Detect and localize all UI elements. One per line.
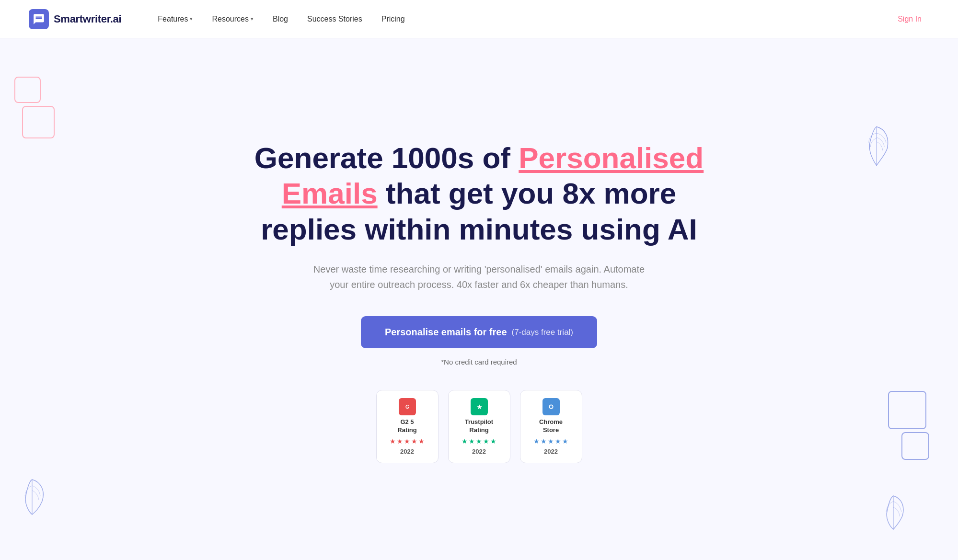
trustpilot-year: 2022 [472,448,486,455]
deco-square-pink-2 [22,106,55,138]
chrome-stars: ★ ★ ★ ★ ★ [533,437,568,445]
hero-title: Generate 1000s of Personalised Emails th… [249,140,709,247]
deco-feather-bottom-left [19,477,46,517]
g2-title: G2 5Rating [397,418,416,434]
deco-squares-top-left [14,77,55,138]
feather-icon-top-right [862,125,891,168]
hero-subtitle: Never waste time researching or writing … [307,262,652,292]
cta-label: Personalise emails for free [385,327,507,338]
chevron-down-icon: ▾ [251,16,254,22]
cta-button[interactable]: Personalise emails for free (7-days free… [361,316,597,348]
cta-trial-text: (7-days free trial) [512,328,573,337]
nav-item-resources[interactable]: Resources ▾ [204,11,261,27]
deco-feather-bottom-right [881,494,905,532]
sign-in-button[interactable]: Sign In [890,11,929,27]
chrome-icon [546,401,556,412]
nav-links: Features ▾ Resources ▾ Blog Success Stor… [150,11,890,27]
logo-icon [29,9,49,29]
nav-item-features[interactable]: Features ▾ [150,11,200,27]
deco-square-pink-1 [14,77,41,103]
logo-text: Smartwriter.ai [54,13,121,25]
nav-item-blog[interactable]: Blog [265,11,296,27]
chrome-year: 2022 [544,448,558,455]
trustpilot-stars: ★ ★ ★ ★ ★ [462,437,496,445]
g2-icon: G [402,401,413,412]
g2-logo: G [399,398,416,415]
navbar: Smartwriter.ai Features ▾ Resources ▾ Bl… [0,0,958,38]
deco-squares-bottom-right [888,391,929,460]
deco-square-blue-1 [888,391,926,429]
chevron-down-icon: ▾ [190,16,193,22]
nav-item-pricing[interactable]: Pricing [374,11,413,27]
hero-section: Generate 1000s of Personalised Emails th… [0,38,958,556]
chrome-logo [542,398,560,415]
g2-year: 2022 [400,448,414,455]
nav-item-success-stories[interactable]: Success Stories [300,11,370,27]
trustpilot-badge: ★ TrustpilotRating ★ ★ ★ ★ ★ 2022 [448,390,510,463]
nav-pricing-label: Pricing [381,15,405,23]
feather-icon-bottom-left [19,477,46,515]
deco-feather-top-right [862,125,891,170]
chrome-badge: ChromeStore ★ ★ ★ ★ ★ 2022 [520,390,582,463]
g2-stars: ★ ★ ★ ★ ★ [390,437,425,445]
trustpilot-title: TrustpilotRating [465,418,493,434]
deco-square-blue-2 [901,432,929,460]
nav-resources-label: Resources [212,15,248,23]
nav-blog-label: Blog [273,15,288,23]
nav-features-label: Features [158,15,188,23]
hero-title-before: Generate 1000s of [254,141,519,174]
logo[interactable]: Smartwriter.ai [29,9,121,29]
svg-point-9 [550,405,553,408]
nav-success-label: Success Stories [307,15,362,23]
svg-text:G: G [405,404,409,410]
svg-text:★: ★ [476,404,482,411]
no-credit-card-text: *No credit card required [441,358,517,366]
logo-svg [33,13,45,25]
g2-badge: G G2 5Rating ★ ★ ★ ★ ★ 2022 [376,390,439,463]
trustpilot-icon: ★ [474,401,485,412]
trustpilot-logo: ★ [471,398,488,415]
rating-badges: G G2 5Rating ★ ★ ★ ★ ★ 2022 ★ Trustpilot… [376,390,582,463]
feather-icon-bottom-right [881,494,905,530]
chrome-title: ChromeStore [539,418,563,434]
